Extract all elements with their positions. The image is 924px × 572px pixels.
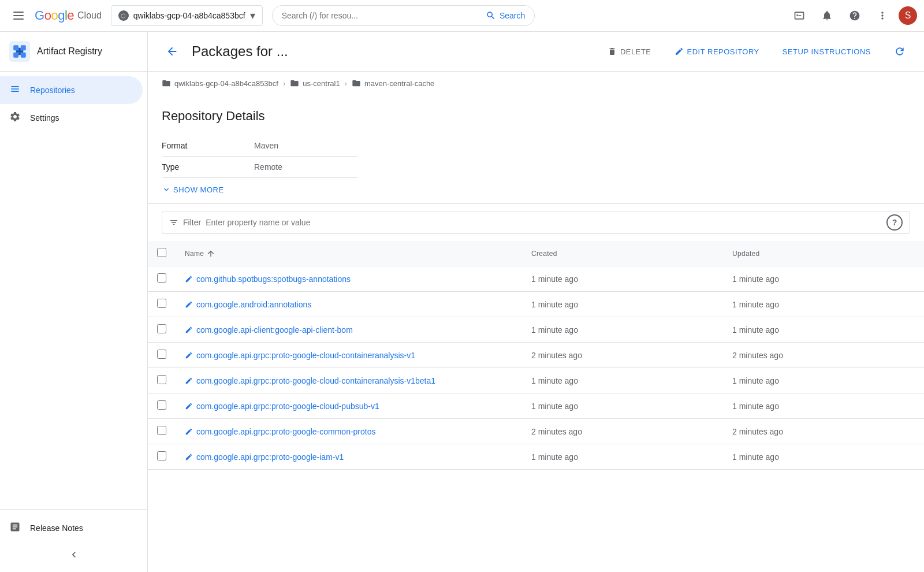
package-link-5[interactable]: com.google.api.grpc:proto-google-cloud-p…	[185, 402, 513, 411]
row-name-cell-1: com.google.android:annotations	[176, 292, 522, 317]
breadcrumb-project[interactable]: qwiklabs-gcp-04-a8b4ca853bcf	[162, 79, 278, 88]
package-icon-5	[185, 402, 193, 410]
row-checkbox-2[interactable]	[157, 324, 166, 333]
row-checkbox-6[interactable]	[157, 426, 166, 435]
row-checkbox-5[interactable]	[157, 400, 166, 410]
format-value: Maven	[254, 135, 358, 157]
packages-table: Name Created Updated	[148, 241, 924, 470]
row-created-cell-5: 1 minute ago	[522, 393, 723, 419]
th-created: Created	[522, 241, 723, 266]
help-icon[interactable]	[843, 4, 866, 27]
project-icon	[118, 10, 129, 21]
header-actions: DELETE EDIT REPOSITORY SETUP INSTRUCTION…	[603, 41, 910, 62]
row-created-cell-6: 2 minutes ago	[522, 419, 723, 444]
project-name: qwiklabs-gcp-04-a8b4ca853bcf	[133, 11, 245, 20]
table-row: com.google.android:annotations 1 minute …	[148, 292, 924, 317]
row-checkbox-cell-1[interactable]	[148, 292, 176, 317]
row-updated-cell-3: 2 minutes ago	[723, 343, 924, 368]
notifications-icon[interactable]	[815, 4, 839, 27]
package-link-2[interactable]: com.google.api-client:google-api-client-…	[185, 325, 513, 335]
package-icon-7	[185, 453, 193, 461]
row-checkbox-cell-3[interactable]	[148, 343, 176, 368]
filter-input[interactable]	[206, 218, 882, 227]
th-name: Name	[176, 241, 522, 266]
repositories-icon	[9, 83, 21, 98]
row-checkbox-cell-5[interactable]	[148, 393, 176, 419]
row-checkbox-3[interactable]	[157, 350, 166, 359]
row-created-cell-2: 1 minute ago	[522, 317, 723, 343]
svg-rect-4	[13, 45, 18, 50]
sort-ascending-icon[interactable]	[206, 249, 215, 258]
repo-details-title: Repository Details	[162, 109, 910, 124]
row-checkbox-1[interactable]	[157, 299, 166, 308]
row-updated-cell-0: 1 minute ago	[723, 266, 924, 292]
table-row: com.google.api.grpc:proto-google-cloud-c…	[148, 368, 924, 393]
table-row: com.google.api.grpc:proto-google-cloud-p…	[148, 393, 924, 419]
page-title: Packages for ...	[192, 43, 594, 60]
package-name-3: com.google.api.grpc:proto-google-cloud-c…	[196, 351, 415, 360]
th-created-label: Created	[531, 250, 557, 258]
search-label: Search	[500, 11, 525, 20]
project-selector[interactable]: qwiklabs-gcp-04-a8b4ca853bcf ▾	[111, 5, 263, 26]
breadcrumb-sep-1: ›	[283, 79, 285, 88]
search-input[interactable]	[282, 11, 481, 20]
sidebar-item-settings[interactable]: Settings	[0, 104, 143, 132]
sidebar-item-repositories[interactable]: Repositories	[0, 76, 143, 104]
row-checkbox-7[interactable]	[157, 451, 166, 460]
format-key: Format	[162, 135, 254, 157]
package-name-7: com.google.api.grpc:proto-google-iam-v1	[196, 452, 344, 462]
svg-rect-1	[13, 15, 24, 16]
search-button[interactable]: Search	[486, 10, 525, 21]
package-link-4[interactable]: com.google.api.grpc:proto-google-cloud-c…	[185, 376, 513, 385]
refresh-button[interactable]	[889, 41, 910, 62]
row-checkbox-4[interactable]	[157, 375, 166, 384]
package-icon-6	[185, 428, 193, 436]
breadcrumb-project-label: qwiklabs-gcp-04-a8b4ca853bcf	[174, 79, 278, 88]
show-more-button[interactable]: SHOW MORE	[162, 185, 224, 194]
package-name-1: com.google.android:annotations	[196, 300, 311, 309]
svg-rect-6	[13, 53, 18, 58]
package-link-3[interactable]: com.google.api.grpc:proto-google-cloud-c…	[185, 351, 513, 360]
table-row: com.google.api.grpc:proto-google-cloud-c…	[148, 343, 924, 368]
show-more-label: SHOW MORE	[173, 185, 224, 194]
filter-icon	[169, 218, 178, 227]
row-checkbox-0[interactable]	[157, 273, 166, 283]
edit-repository-button[interactable]: EDIT REPOSITORY	[670, 43, 764, 60]
filter-section: Filter ?	[148, 203, 924, 241]
row-checkbox-cell-7[interactable]	[148, 444, 176, 470]
svg-rect-5	[21, 45, 26, 50]
artifact-registry-logo	[9, 41, 30, 62]
select-all-checkbox-header[interactable]	[148, 241, 176, 266]
package-icon-0	[185, 275, 193, 283]
repository-details: Repository Details Format Maven Type Rem…	[148, 95, 924, 203]
package-link-1[interactable]: com.google.android:annotations	[185, 300, 513, 309]
setup-label: SETUP INSTRUCTIONS	[783, 47, 871, 56]
terminal-icon[interactable]	[788, 4, 811, 27]
breadcrumb-repo[interactable]: maven-central-cache	[352, 79, 434, 88]
package-link-6[interactable]: com.google.api.grpc:proto-google-common-…	[185, 427, 513, 436]
row-checkbox-cell-4[interactable]	[148, 368, 176, 393]
row-checkbox-cell-6[interactable]	[148, 419, 176, 444]
google-wordmark: Google	[35, 8, 74, 23]
row-name-cell-2: com.google.api-client:google-api-client-…	[176, 317, 522, 343]
filter-help-button[interactable]: ?	[886, 214, 903, 231]
sidebar-header: Artifact Registry	[0, 32, 147, 72]
filter-bar: Filter ?	[162, 211, 910, 234]
table-row: com.google.api.grpc:proto-google-iam-v1 …	[148, 444, 924, 470]
package-link-7[interactable]: com.google.api.grpc:proto-google-iam-v1	[185, 452, 513, 462]
delete-button[interactable]: DELETE	[603, 43, 656, 60]
collapse-sidebar-button[interactable]	[0, 542, 147, 567]
more-options-icon[interactable]	[871, 4, 894, 27]
package-link-0[interactable]: com.github.spotbugs:spotbugs-annotations	[185, 274, 513, 284]
breadcrumb-region[interactable]: us-central1	[290, 79, 340, 88]
row-checkbox-cell-2[interactable]	[148, 317, 176, 343]
setup-instructions-button[interactable]: SETUP INSTRUCTIONS	[778, 44, 875, 60]
back-button[interactable]	[162, 41, 182, 62]
row-checkbox-cell-0[interactable]	[148, 266, 176, 292]
package-icon-1	[185, 300, 193, 309]
user-avatar[interactable]: S	[899, 6, 917, 25]
hamburger-button[interactable]	[7, 4, 30, 27]
breadcrumb-repo-label: maven-central-cache	[364, 79, 434, 88]
select-all-checkbox[interactable]	[157, 248, 166, 257]
sidebar-item-release-notes[interactable]: Release Notes	[0, 514, 147, 542]
